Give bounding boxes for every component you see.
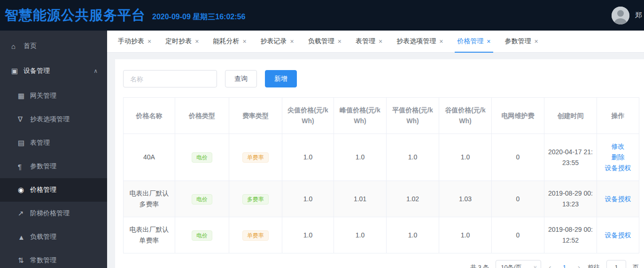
- top-header: 智慧能源公共服务平台 2020-09-09 星期三16:02:56 郑: [0, 0, 644, 31]
- cell-sharp-price: 1.0: [282, 217, 334, 253]
- cell-rate-type: 多费率: [229, 181, 282, 217]
- pagination: 共 3 条 10条/页 ∨ ‹ 1 › 前往 页: [123, 260, 639, 268]
- sidebar-item-constant-management[interactable]: ⇅常数管理: [0, 249, 107, 268]
- user-avatar[interactable]: [612, 7, 629, 24]
- action-device-authorize[interactable]: 设备授权: [605, 163, 631, 173]
- cell-created-time: 2019-08-29 00:13:23: [544, 181, 597, 217]
- close-icon[interactable]: ×: [147, 38, 151, 45]
- sidebar-item-meter-reading-options[interactable]: ∇抄表选项管理: [0, 108, 107, 131]
- tab-meter-reading-records[interactable]: 抄表记录×: [254, 31, 301, 52]
- tab-load-management[interactable]: 负载管理×: [301, 31, 349, 52]
- table-body: 40A电价单费率1.01.01.01.002020-04-17 21:23:55…: [124, 134, 639, 253]
- tab-energy-analysis[interactable]: 能耗分析×: [206, 31, 253, 52]
- next-page-icon[interactable]: ›: [577, 263, 581, 268]
- tab-meter-reading-options[interactable]: 抄表选项管理×: [389, 31, 450, 52]
- column-header-rate-type: 费率类型: [229, 98, 282, 134]
- cell-peak-price: 1.0: [334, 217, 387, 253]
- cell-sharp-price: 1.0: [282, 181, 334, 217]
- sidebar-item-label: 阶梯价格管理: [30, 209, 70, 218]
- cell-grid-maintenance-fee: 0: [492, 217, 544, 253]
- sidebar: ⌂首页▣设备管理∧▦网关管理∇抄表选项管理▤表管理¶参数管理◉价格管理↗阶梯价格…: [0, 31, 107, 268]
- close-icon[interactable]: ×: [242, 38, 246, 45]
- close-icon[interactable]: ×: [338, 38, 341, 45]
- action-delete[interactable]: 删除: [612, 152, 625, 163]
- page-size-value: 10条/页: [501, 263, 521, 268]
- sidebar-item-label: 网关管理: [30, 92, 56, 100]
- sidebar-item-tiered-price-management[interactable]: ↗阶梯价格管理: [0, 202, 107, 225]
- tab-meter-management[interactable]: 表管理×: [349, 31, 389, 52]
- rate-type-tag: 多费率: [242, 194, 269, 205]
- cell-grid-maintenance-fee: 0: [492, 181, 544, 217]
- sidebar-item-device-management[interactable]: ▣设备管理∧: [0, 58, 107, 84]
- tab-label: 手动抄表: [118, 37, 144, 46]
- action-device-authorize[interactable]: 设备授权: [605, 230, 631, 241]
- monitor-icon: ▣: [11, 67, 23, 75]
- close-icon[interactable]: ×: [487, 38, 490, 45]
- tab-label: 负载管理: [308, 37, 334, 46]
- sort-icon: ⇅: [18, 256, 30, 265]
- close-icon[interactable]: ×: [379, 38, 382, 45]
- eject-icon: ▲: [18, 233, 30, 241]
- book-icon: ▤: [18, 139, 30, 147]
- close-icon[interactable]: ×: [439, 38, 443, 45]
- user-name[interactable]: 郑: [635, 11, 642, 20]
- tab-label: 抄表选项管理: [396, 37, 436, 46]
- cell-price-type: 电价: [175, 181, 229, 217]
- close-icon[interactable]: ×: [290, 38, 294, 45]
- tab-scheduled-meter-reading[interactable]: 定时抄表×: [158, 31, 206, 52]
- cell-created-time: 2019-08-29 00:12:52: [544, 217, 597, 253]
- cell-flat-price: 1.0: [387, 134, 439, 181]
- prev-page-icon[interactable]: ‹: [548, 263, 552, 268]
- tab-label: 定时抄表: [165, 37, 192, 46]
- sidebar-item-label: 首页: [23, 42, 37, 50]
- sidebar-item-label: 抄表选项管理: [30, 115, 70, 124]
- price-table: 价格名称价格类型费率类型尖值价格(元/kWh)峰值价格(元/kWh)平值价格(元…: [123, 97, 639, 253]
- tab-parameter-management[interactable]: 参数管理×: [498, 31, 545, 52]
- action-edit[interactable]: 修改: [612, 141, 625, 152]
- goto-page-input[interactable]: [606, 260, 626, 268]
- page-size-select[interactable]: 10条/页 ∨: [496, 260, 541, 268]
- sidebar-item-gateway-management[interactable]: ▦网关管理: [0, 84, 107, 108]
- cell-valley-price: 1.03: [439, 181, 492, 217]
- column-header-sharp-price: 尖值价格(元/kWh): [282, 98, 334, 134]
- sidebar-item-label: 负载管理: [30, 233, 56, 241]
- tab-label: 价格管理: [457, 37, 483, 46]
- close-icon[interactable]: ×: [535, 38, 538, 45]
- sidebar-item-load-management[interactable]: ▲负载管理: [0, 225, 107, 249]
- sidebar-item-label: 表管理: [30, 139, 50, 147]
- tab-price-management[interactable]: 价格管理×: [450, 31, 497, 52]
- sidebar-item-meter-management[interactable]: ▤表管理: [0, 131, 107, 155]
- close-icon[interactable]: ×: [195, 38, 199, 45]
- cell-name: 电表出厂默认单费率: [124, 217, 175, 253]
- sidebar-nav: ⌂首页▣设备管理∧▦网关管理∇抄表选项管理▤表管理¶参数管理◉价格管理↗阶梯价格…: [0, 34, 107, 268]
- name-search-input[interactable]: [123, 70, 217, 87]
- add-button[interactable]: 新增: [265, 70, 297, 87]
- cell-price-type: 电价: [175, 217, 229, 253]
- sidebar-item-label: 价格管理: [30, 186, 56, 194]
- page-number[interactable]: 1: [559, 264, 570, 268]
- sidebar-item-label: 参数管理: [30, 162, 56, 171]
- column-header-created-time: 创建时间: [544, 98, 597, 134]
- column-header-actions: 操作: [597, 98, 639, 134]
- column-header-peak-price: 峰值价格(元/kWh): [334, 98, 387, 134]
- cell-price-type: 电价: [175, 134, 229, 181]
- cell-peak-price: 1.0: [334, 134, 387, 181]
- trend-chart-icon: ↗: [18, 209, 30, 218]
- cell-valley-price: 1.0: [439, 217, 492, 253]
- table-header-row: 价格名称价格类型费率类型尖值价格(元/kWh)峰值价格(元/kWh)平值价格(元…: [124, 98, 639, 134]
- sidebar-item-home[interactable]: ⌂首页: [0, 34, 107, 58]
- tab-label: 能耗分析: [213, 37, 239, 46]
- tab-bar: 手动抄表×定时抄表×能耗分析×抄表记录×负载管理×表管理×抄表选项管理×价格管理…: [107, 31, 644, 53]
- cell-flat-price: 1.0: [387, 217, 439, 253]
- header-datetime: 2020-09-09 星期三16:02:56: [152, 12, 245, 22]
- sidebar-item-parameter-management[interactable]: ¶参数管理: [0, 155, 107, 178]
- cell-flat-price: 1.02: [387, 181, 439, 217]
- action-device-authorize[interactable]: 设备授权: [605, 194, 631, 205]
- tab-manual-meter-reading[interactable]: 手动抄表×: [111, 31, 158, 52]
- tab-label: 抄表记录: [261, 37, 287, 46]
- query-button[interactable]: 查询: [225, 70, 257, 87]
- price-type-tag: 电价: [192, 152, 212, 163]
- column-header-name: 价格名称: [124, 98, 175, 134]
- sidebar-item-price-management[interactable]: ◉价格管理: [0, 178, 107, 202]
- user-area: 郑: [612, 0, 642, 31]
